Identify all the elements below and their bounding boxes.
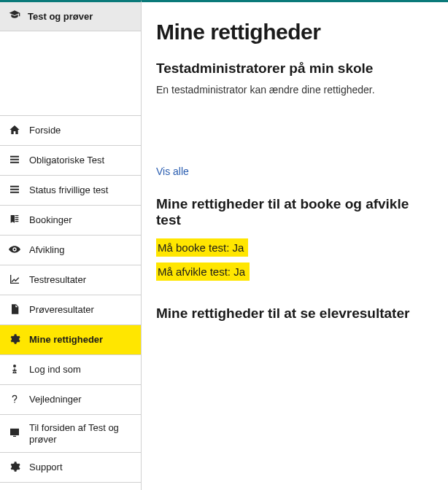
sidebar-item-vejledninger[interactable]: Vejledninger: [0, 385, 141, 415]
sidebar-item-obligatoriske-test[interactable]: Obligatoriske Test: [0, 146, 141, 176]
eye-icon: [9, 244, 20, 257]
list-icon: [9, 154, 20, 168]
sidebar: Test og prøver Forside Obligatoriske Tes…: [0, 0, 142, 490]
sidebar-item-forside[interactable]: Forside: [0, 116, 141, 146]
sidebar-item-til-forsiden[interactable]: Til forsiden af Test og prøver: [0, 415, 141, 453]
admins-description: En testadministrator kan ændre dine rett…: [156, 84, 433, 96]
rights-may-book: Må booke test: Ja: [156, 238, 248, 257]
monitor-icon: [9, 427, 20, 440]
graduation-cap-icon: [9, 9, 20, 23]
sidebar-item-label: Log ind som: [29, 364, 81, 376]
sidebar-item-label: Afvikling: [29, 244, 64, 256]
sidebar-header: Test og prøver: [0, 2, 141, 31]
sidebar-item-afvikling[interactable]: Afvikling: [0, 236, 141, 265]
sidebar-item-label: Prøveresultater: [29, 304, 94, 316]
sidebar-item-bookinger[interactable]: Bookinger: [0, 206, 141, 236]
sidebar-item-label: Vejledninger: [29, 394, 82, 405]
sidebar-item-label: Til forsiden af Test og prøver: [29, 422, 132, 445]
person-icon: [9, 363, 20, 377]
rights-results-heading: Mine rettigheder til at se elevresultate…: [156, 306, 433, 322]
gear-icon: [9, 333, 20, 347]
rights-box: Må booke test: Ja Må afvikle test: Ja: [156, 238, 433, 287]
list-icon: [9, 184, 20, 198]
sidebar-item-testresultater[interactable]: Testresultater: [0, 265, 141, 295]
sidebar-item-log-ind-som[interactable]: Log ind som: [0, 355, 141, 385]
sidebar-item-label: Testresultater: [29, 274, 86, 286]
admins-heading: Testadministratorer på min skole: [156, 61, 433, 77]
home-icon: [9, 124, 20, 138]
sidebar-item-label: Forside: [29, 125, 61, 136]
rights-may-run: Må afvikle test: Ja: [156, 262, 250, 281]
page-title: Mine rettigheder: [156, 20, 433, 44]
show-all-link[interactable]: Vis alle: [156, 166, 189, 177]
sidebar-item-label: Obligatoriske Test: [29, 155, 104, 166]
book-icon: [9, 214, 20, 228]
sidebar-item-label: Bookinger: [29, 214, 72, 226]
sidebar-item-label: Mine rettigheder: [29, 334, 103, 346]
sidebar-item-support[interactable]: Support: [0, 453, 141, 483]
sidebar-item-status-frivillige[interactable]: Status frivillige test: [0, 176, 141, 206]
sidebar-item-mine-rettigheder[interactable]: Mine rettigheder: [0, 325, 141, 355]
sidebar-item-proveresultater[interactable]: Prøveresultater: [0, 295, 141, 325]
sidebar-item-label: Status frivillige test: [29, 184, 108, 196]
chart-icon: [9, 273, 20, 287]
sidebar-header-label: Test og prøver: [28, 11, 93, 22]
sidebar-item-label: Support: [29, 462, 63, 473]
rights-book-heading: Mine rettigheder til at booke og afvikle…: [156, 196, 433, 228]
gear-icon: [9, 461, 20, 475]
sidebar-gap: [0, 31, 141, 116]
question-icon: [9, 393, 20, 407]
document-icon: [9, 303, 20, 317]
main-content: Mine rettigheder Testadministratorer på …: [142, 0, 448, 490]
